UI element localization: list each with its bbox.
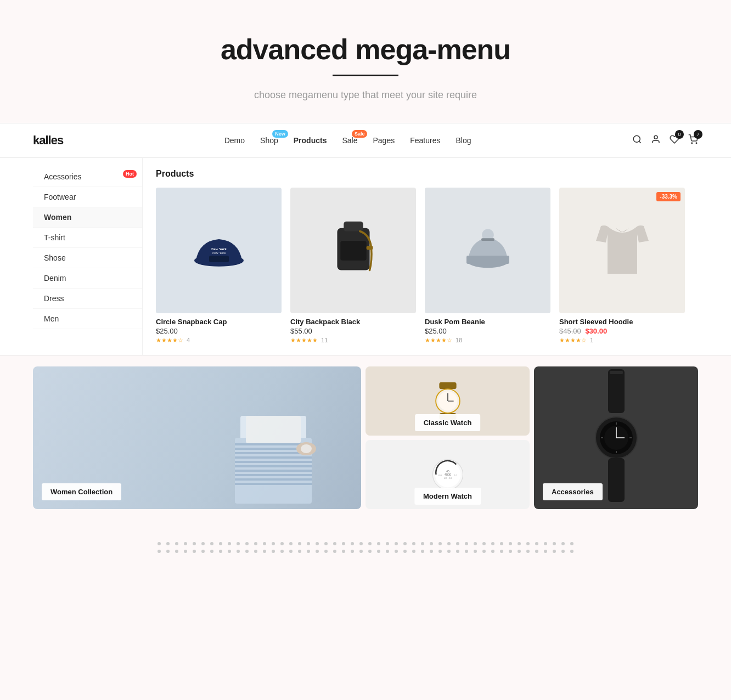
banner-classic-watch[interactable]: Classic Watch <box>366 366 530 436</box>
dot <box>561 542 565 545</box>
dot <box>412 550 415 553</box>
sidebar-item-denim[interactable]: Denim <box>33 268 142 289</box>
dot <box>184 542 187 545</box>
dot <box>175 550 178 553</box>
mega-menu: Acessories Hot Footwear Women T-shirt Sh… <box>0 158 731 355</box>
dot <box>395 550 398 553</box>
product-stars-4: ★★★★☆ 1 <box>559 337 685 344</box>
nav-item-pages[interactable]: Pages <box>373 136 395 145</box>
dot <box>403 550 407 553</box>
product-stars-1: ★★★★☆ 4 <box>156 337 282 344</box>
product-card-2[interactable]: City Backpack Black $55.00 ★★★★★ 11 <box>290 188 416 344</box>
page-title: advanced mega-menu <box>11 33 720 66</box>
svg-rect-46 <box>610 371 623 374</box>
banner-accessories[interactable]: Accessories <box>534 366 698 509</box>
banner-women-collection[interactable]: Women Collection <box>33 366 361 509</box>
dot <box>210 542 213 545</box>
nav-item-features[interactable]: Features <box>410 136 440 145</box>
svg-rect-27 <box>235 478 312 481</box>
sidebar-item-shoes[interactable]: Shose <box>33 248 142 268</box>
products-grid: New York New York Circle Snapback Cap $2… <box>156 188 685 344</box>
dot <box>386 542 389 545</box>
dot <box>395 542 398 545</box>
dot <box>535 550 538 553</box>
dot <box>254 550 257 553</box>
nav-item-shop[interactable]: Shop New <box>260 136 278 145</box>
dot <box>518 542 521 545</box>
dot <box>500 550 503 553</box>
dot <box>166 542 170 545</box>
dot <box>254 542 257 545</box>
dot <box>175 542 178 545</box>
nav-item-sale[interactable]: Sale Sale <box>342 136 357 145</box>
sidebar-item-women[interactable]: Women <box>33 207 142 228</box>
svg-point-0 <box>633 136 640 142</box>
banner-stack-middle: Classic Watch 45 40|30 LO • 18 6.0 7.0 M… <box>366 366 530 509</box>
svg-rect-28 <box>235 483 312 485</box>
dot <box>237 550 240 553</box>
dot <box>316 550 319 553</box>
dot <box>491 550 494 553</box>
dot <box>263 550 266 553</box>
logo[interactable]: kalles <box>33 133 63 148</box>
sidebar-item-dress[interactable]: Dress <box>33 289 142 309</box>
dot <box>324 550 328 553</box>
new-badge: New <box>272 130 288 138</box>
dot <box>482 542 486 545</box>
sidebar-item-men[interactable]: Men <box>33 309 142 329</box>
product-card-4[interactable]: -33.3% Short Sleeved Hoodie $45.00 $30.0… <box>559 188 685 344</box>
banner-label-classic: Classic Watch <box>415 414 481 431</box>
search-icon[interactable] <box>632 134 642 147</box>
product-card-1[interactable]: New York New York Circle Snapback Cap $2… <box>156 188 282 344</box>
svg-rect-45 <box>608 369 625 413</box>
dot <box>447 550 451 553</box>
product-card-3[interactable]: Dusk Pom Beanie $25.00 ★★★★☆ 18 <box>425 188 550 344</box>
wishlist-icon[interactable]: 0 <box>670 134 679 147</box>
banner-section: Women Collection Classic Watch <box>0 355 731 520</box>
navbar-icons: 0 7 <box>632 134 698 147</box>
products-section-title: Products <box>156 169 685 179</box>
svg-text:7.0: 7.0 <box>454 474 458 477</box>
product-name-3: Dusk Pom Beanie <box>425 318 550 326</box>
dot <box>316 542 319 545</box>
dot <box>456 550 459 553</box>
dot <box>324 542 328 545</box>
svg-text:New York: New York <box>211 246 227 250</box>
svg-rect-52 <box>608 458 625 502</box>
svg-rect-6 <box>209 256 229 262</box>
svg-rect-16 <box>481 238 494 241</box>
dot <box>377 550 380 553</box>
dots-section <box>0 520 731 564</box>
user-icon[interactable] <box>651 134 661 147</box>
dot <box>456 542 459 545</box>
svg-rect-29 <box>246 416 301 443</box>
sidebar-item-tshirt[interactable]: T-shirt <box>33 228 142 248</box>
sidebar-item-footwear[interactable]: Footwear <box>33 187 142 207</box>
dot <box>245 550 249 553</box>
nav-menu: Demo Shop New Products Sale Sale Pages F… <box>224 136 471 145</box>
nav-item-products[interactable]: Products <box>294 136 327 145</box>
svg-rect-22 <box>235 456 312 459</box>
svg-rect-10 <box>344 221 363 231</box>
svg-rect-24 <box>235 465 312 467</box>
cart-icon[interactable]: 7 <box>688 134 698 147</box>
svg-text:45: 45 <box>446 470 449 473</box>
dot <box>359 550 363 553</box>
product-name-1: Circle Snapback Cap <box>156 318 282 326</box>
dot <box>219 550 222 553</box>
dot <box>333 550 336 553</box>
nav-item-blog[interactable]: Blog <box>456 136 471 145</box>
dot <box>518 550 521 553</box>
svg-rect-12 <box>366 246 373 250</box>
mega-products-panel: Products New York New York Circle Snapba… <box>143 158 698 355</box>
dot <box>491 542 494 545</box>
sidebar-item-accessories[interactable]: Acessories Hot <box>33 167 142 187</box>
product-name-2: City Backpack Black <box>290 318 416 326</box>
banner-modern-watch[interactable]: 45 40|30 LO • 18 6.0 7.0 Modern Watch <box>366 440 530 509</box>
dot <box>298 550 301 553</box>
svg-rect-11 <box>340 241 366 260</box>
product-name-4: Short Sleeved Hoodie <box>559 318 685 326</box>
dot <box>430 550 433 553</box>
nav-item-demo[interactable]: Demo <box>224 136 245 145</box>
dot <box>193 542 196 545</box>
